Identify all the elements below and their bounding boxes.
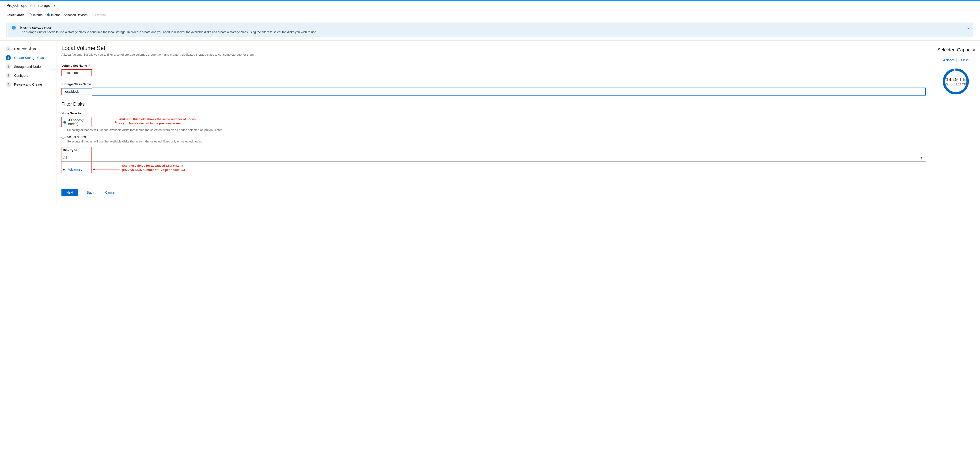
required-icon: *: [89, 64, 90, 67]
alert-body: The storage cluster needs to use a stora…: [20, 30, 962, 34]
mode-external-label: External: [95, 13, 107, 17]
volume-set-name-label: Volume Set Name *: [62, 64, 926, 67]
all-nodes-help: Selecting all nodes will use the availab…: [67, 128, 926, 132]
step-label: Discover Disks: [14, 47, 36, 51]
select-nodes-option[interactable]: Select nodes: [62, 135, 926, 139]
caret-down-icon[interactable]: ▼: [53, 4, 56, 7]
disk-type-value: All: [63, 156, 67, 160]
info-icon: i: [12, 26, 16, 30]
volume-set-name-group: Volume Set Name *: [62, 64, 926, 76]
alert-title: Missing storage class: [20, 26, 962, 29]
label-text: Volume Set Name: [62, 64, 87, 67]
wizard-steps: 1 Discover Disks 2 Create Storage Class …: [0, 41, 57, 203]
disk-annotation-line1: Use these fields for advanced LSO criter…: [122, 164, 185, 168]
step-number: 1: [6, 46, 11, 51]
node-selector-group: Node Selector All nodes(4 nodes) Wait un…: [62, 112, 926, 143]
back-button[interactable]: Back: [82, 189, 99, 196]
mode-internal-radio[interactable]: [29, 13, 32, 16]
caret-down-icon: ▼: [920, 157, 923, 159]
step-label: Review and Create: [14, 83, 42, 86]
select-nodes-label: Select nodes: [67, 135, 86, 139]
step-label: Storage and Nodes: [14, 65, 43, 69]
close-icon[interactable]: ×: [967, 26, 970, 30]
storage-class-name-input[interactable]: [62, 88, 92, 95]
all-nodes-highlight: All nodes(4 nodes): [62, 117, 91, 127]
selected-capacity-title: Selected Capacity: [937, 47, 974, 53]
project-prefix: Project:: [6, 3, 19, 8]
step-review-and-create[interactable]: 5 Review and Create: [6, 80, 52, 89]
nodes-annotation: Wait until this field shows the same num…: [119, 117, 196, 125]
nodes-link[interactable]: 4 Nodes: [943, 58, 955, 62]
mode-internal[interactable]: Internal: [29, 13, 43, 17]
filter-disks-heading: Filter Disks: [62, 101, 926, 107]
all-nodes-label: All nodes(4 nodes): [68, 118, 89, 126]
mode-bar: Select Mode: Internal Internal - Attache…: [0, 11, 980, 19]
selected-capacity: Selected Capacity 4 Nodes 8 Disks 18.19 …: [937, 41, 980, 203]
wizard-layout: 1 Discover Disks 2 Create Storage Class …: [0, 40, 980, 203]
main-content: Local Volume Set A Local Volume Set allo…: [57, 41, 937, 203]
page-subtitle: A Local Volume Set allows you to filter …: [62, 53, 926, 56]
step-number: 4: [6, 73, 11, 78]
step-create-storage-class[interactable]: 2 Create Storage Class: [6, 53, 52, 62]
mode-internal-attached-label: Internal - Attached Devices: [51, 13, 88, 17]
select-nodes-help: Selecting all nodes will use the availab…: [67, 140, 926, 143]
capacity-subtext: Out of 18.19 TiB: [946, 83, 966, 86]
volume-set-name-input[interactable]: [62, 70, 91, 76]
advanced-toggle[interactable]: ▶ Advanced: [62, 168, 91, 171]
step-storage-and-nodes[interactable]: 3 Storage and Nodes: [6, 62, 52, 71]
step-configure[interactable]: 4 Configure: [6, 71, 52, 80]
disk-annotation: Use these fields for advanced LSO criter…: [122, 164, 185, 172]
disk-type-label: Disk Type: [62, 147, 926, 152]
storage-class-name-input-rest[interactable]: [92, 88, 926, 95]
step-number: 5: [6, 82, 11, 87]
disk-annotation-line2: (HDD vs SSD, number of PVs per nodes, ..…: [122, 168, 185, 172]
step-label: Create Storage Class: [14, 56, 46, 60]
disks-link[interactable]: 8 Disks: [958, 58, 969, 62]
step-discover-disks[interactable]: 1 Discover Disks: [6, 44, 52, 53]
all-nodes-radio[interactable]: [63, 121, 66, 124]
nodes-annotation-line1: Wait until this field shows the same num…: [119, 117, 196, 121]
nodes-annotation-line2: as you have selected in the previous scr…: [119, 121, 196, 126]
volume-set-name-input-rest[interactable]: [92, 69, 926, 76]
mode-internal-label: Internal: [33, 13, 43, 17]
step-number: 2: [6, 55, 11, 60]
mode-external-radio: [91, 13, 94, 16]
select-nodes-radio[interactable]: [62, 136, 65, 139]
page-title: Local Volume Set: [62, 45, 926, 51]
next-button[interactable]: Next: [62, 189, 78, 196]
capacity-donut: 18.19 TiB Out of 18.19 TiB: [940, 66, 971, 97]
disk-type-select[interactable]: All ▼: [62, 154, 926, 162]
button-row: Next Back Cancel: [62, 189, 926, 196]
mode-label: Select Mode:: [6, 13, 25, 17]
storage-class-name-group: Storage Class Name: [62, 82, 926, 95]
project-value[interactable]: openshift-storage: [21, 3, 50, 8]
mode-internal-attached-radio[interactable]: [47, 13, 50, 16]
disk-type-region: Disk Type All ▼ ▶ Advanced Use these fie…: [62, 147, 926, 176]
mode-internal-attached[interactable]: Internal - Attached Devices: [47, 13, 88, 17]
capacity-links: 4 Nodes 8 Disks: [937, 58, 974, 62]
node-selector-label: Node Selector: [62, 112, 926, 115]
alert-wrap: i Missing storage class The storage clus…: [0, 19, 980, 40]
step-number: 3: [6, 64, 11, 69]
project-bar: Project: openshift-storage ▼: [0, 1, 980, 11]
storage-class-name-label: Storage Class Name: [62, 82, 926, 86]
step-label: Configure: [14, 74, 29, 77]
capacity-value: 18.19 TiB: [946, 77, 966, 82]
mode-external: External: [91, 13, 107, 17]
advanced-label: Advanced: [68, 168, 82, 171]
volume-set-name-input-row: [62, 69, 926, 76]
alert-missing-storage-class: i Missing storage class The storage clus…: [6, 22, 974, 37]
cancel-button[interactable]: Cancel: [103, 189, 118, 196]
chevron-right-icon: ▶: [63, 168, 65, 171]
